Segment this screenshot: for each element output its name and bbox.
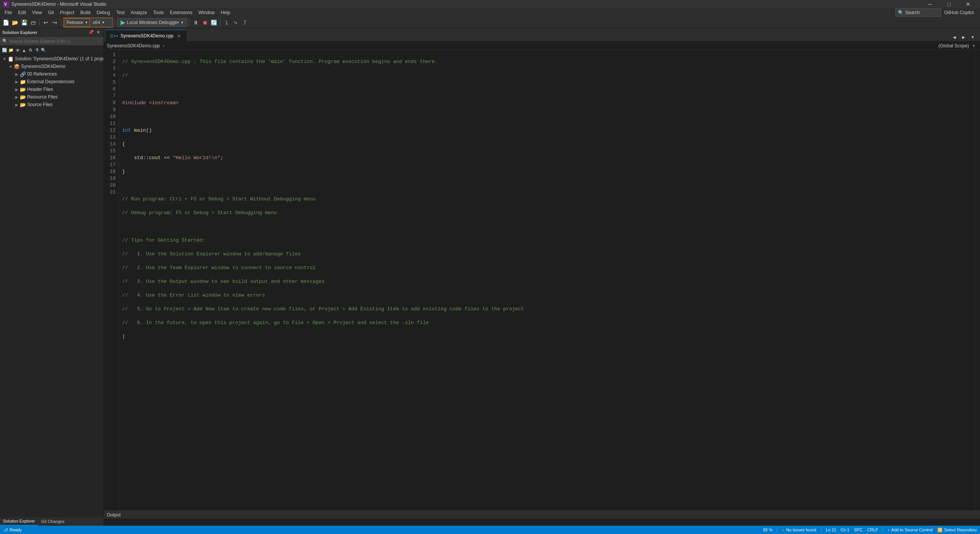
restore-button[interactable]: □ — [940, 0, 958, 8]
resource-files-label: Resource Files — [27, 94, 58, 100]
status-separator-3 — [883, 527, 883, 532]
debugger-label: Local Windows Debugger — [127, 20, 179, 25]
menu-test[interactable]: Test — [113, 8, 128, 17]
editor-tab-close[interactable]: × — [176, 33, 182, 39]
tab-solution-explorer[interactable]: Solution Explorer — [0, 517, 38, 526]
redo-button[interactable]: ↪ — [51, 18, 59, 27]
sidebar-tree: ▼ 📋 Solution 'SynexensSDK4Demo' (1 of 1 … — [0, 55, 103, 517]
tab-git-changes[interactable]: Git Changes — [38, 517, 68, 526]
line-col-separator — [838, 528, 839, 532]
tree-external-deps[interactable]: ▶ 📁 External Dependencies — [0, 78, 103, 86]
spc-label: SPC — [854, 528, 863, 532]
sidebar-search-input[interactable] — [9, 39, 101, 44]
status-select-repository[interactable]: 🔀 Select Repository — [937, 528, 977, 532]
status-git[interactable]: ⎇ Ready — [3, 528, 22, 532]
title-bar-controls: ─ □ ✕ — [921, 0, 977, 8]
breadcrumb-arrow: › — [163, 43, 164, 48]
stop-button[interactable]: ⏹ — [201, 18, 209, 27]
status-no-issues[interactable]: ● No issues found — [782, 528, 816, 532]
sidebar-toolbar-btn-1[interactable]: 🔄 — [2, 47, 8, 53]
minimize-button[interactable]: ─ — [921, 0, 939, 8]
debugger-button[interactable]: ▶ Local Windows Debugger ▼ — [117, 18, 187, 27]
menu-edit[interactable]: Edit — [15, 8, 29, 17]
tab-list-button[interactable]: ▼ — [969, 33, 977, 41]
sidebar-pin-button[interactable]: 📌 — [88, 29, 94, 35]
svg-text:V: V — [4, 2, 7, 6]
code-line-13 — [122, 223, 972, 230]
open-button[interactable]: 📂 — [11, 18, 19, 27]
menu-window[interactable]: Window — [195, 8, 218, 17]
status-zoom[interactable]: 99 % — [763, 528, 772, 532]
tree-header-files[interactable]: ▶ 📂 Header Files — [0, 86, 103, 93]
output-header: Output — [104, 511, 980, 519]
status-crlf[interactable]: CRLF — [867, 528, 878, 532]
editor-tab-active[interactable]: C++ SynexensSDK4Demo.cpp × — [105, 30, 187, 41]
scroll-right-button[interactable]: ▶ — [959, 33, 968, 41]
scroll-left-button[interactable]: ◀ — [950, 33, 959, 41]
status-line-col[interactable]: Ln 21 Ch 1 — [826, 528, 849, 532]
header-expand-icon: ▶ — [14, 86, 20, 92]
sidebar-search-icon: 🔍 — [2, 39, 8, 44]
references-expand-icon: ▶ — [14, 71, 20, 77]
solution-explorer-tab-label: Solution Explorer — [3, 519, 35, 523]
step-into-button[interactable]: ⤷ — [232, 18, 240, 27]
sidebar-toolbar-btn-6[interactable]: ⚗ — [34, 47, 40, 53]
project-icon: 📦 — [14, 63, 20, 69]
title-bar: V SynexensSDK4Demo - Microsoft Visual St… — [0, 0, 980, 8]
sidebar-toolbar-btn-5[interactable]: ⚙ — [27, 47, 34, 53]
source-control-icon: ↑ — [888, 528, 890, 532]
line-num-14: 14 — [105, 141, 116, 148]
editor-tab-label: SynexensSDK4Demo.cpp — [121, 33, 174, 39]
menu-analyze[interactable]: Analyze — [128, 8, 150, 17]
sidebar-toolbar-btn-4[interactable]: ▲ — [21, 47, 27, 53]
editor-scrollbar[interactable] — [975, 50, 980, 510]
tree-references[interactable]: ▶ 🔗 00 References — [0, 70, 103, 78]
global-search-box[interactable]: 🔍 Search — [895, 8, 941, 17]
platform-dropdown[interactable]: x64 ▼ — [91, 18, 112, 27]
code-line-9: } — [122, 168, 972, 175]
save-all-button[interactable]: 🗃 — [29, 18, 37, 27]
platform-chevron-icon: ▼ — [102, 21, 105, 24]
new-project-button[interactable]: 📄 — [2, 18, 10, 27]
sidebar-close-button[interactable]: ✕ — [95, 29, 101, 35]
sidebar-toolbar-btn-7[interactable]: 🔍 — [40, 47, 47, 53]
menu-git[interactable]: Git — [45, 8, 57, 17]
menu-project[interactable]: Project — [57, 8, 77, 17]
external-deps-icon: 📁 — [20, 79, 26, 85]
menu-help[interactable]: Help — [218, 8, 234, 17]
tree-resource-files[interactable]: ▶ 📂 Resource Files — [0, 93, 103, 101]
menu-file[interactable]: File — [2, 8, 15, 17]
status-add-to-source-control[interactable]: ↑ Add to Source Control — [888, 528, 933, 532]
sidebar-header: Solution Explorer 📌 ✕ — [0, 28, 103, 37]
code-line-5 — [122, 113, 972, 120]
menu-build[interactable]: Build — [77, 8, 94, 17]
menu-debug[interactable]: Debug — [93, 8, 113, 17]
menu-extensions[interactable]: Extensions — [167, 8, 195, 17]
code-line-11: // Run program: Ctrl + F5 or Debug > Sta… — [122, 196, 972, 203]
toolbar-sep-5 — [220, 19, 221, 26]
code-content[interactable]: // SynexensSDK4Demo.cpp : This file cont… — [119, 50, 975, 510]
close-button[interactable]: ✕ — [959, 0, 977, 8]
status-bar-left: ⎇ Ready — [3, 528, 22, 532]
status-spc[interactable]: SPC — [854, 528, 863, 532]
line-num-16: 16 — [105, 155, 116, 161]
menu-view[interactable]: View — [29, 8, 45, 17]
release-dropdown[interactable]: Release ▼ — [64, 18, 90, 27]
save-button[interactable]: 💾 — [20, 18, 28, 27]
menu-tools[interactable]: Tools — [150, 8, 167, 17]
restart-button[interactable]: 🔄 — [210, 18, 218, 27]
undo-button[interactable]: ↩ — [42, 18, 50, 27]
step-over-button[interactable]: ⤵ — [222, 18, 231, 27]
tree-source-files[interactable]: ▶ 📂 Source Files — [0, 101, 103, 108]
breadcrumb-file[interactable]: SynexensSDK4Demo.cpp — [107, 43, 160, 48]
pause-button[interactable]: ⏸ — [192, 18, 200, 27]
step-out-button[interactable]: ⤴ — [241, 18, 249, 27]
sidebar-toolbar-btn-3[interactable]: 👁 — [15, 47, 21, 53]
scope-label[interactable]: (Global Scope) — [938, 43, 969, 48]
line-num-12: 12 — [105, 127, 116, 134]
github-copilot-label[interactable]: GitHub Copilot — [944, 10, 974, 15]
sidebar-toolbar-btn-2[interactable]: 📁 — [8, 47, 14, 53]
breadcrumb-scope[interactable] — [168, 43, 169, 48]
tree-project[interactable]: ▼ 📦 SynexensSDK4Demo — [0, 63, 103, 70]
tree-solution[interactable]: ▼ 📋 Solution 'SynexensSDK4Demo' (1 of 1 … — [0, 55, 103, 63]
